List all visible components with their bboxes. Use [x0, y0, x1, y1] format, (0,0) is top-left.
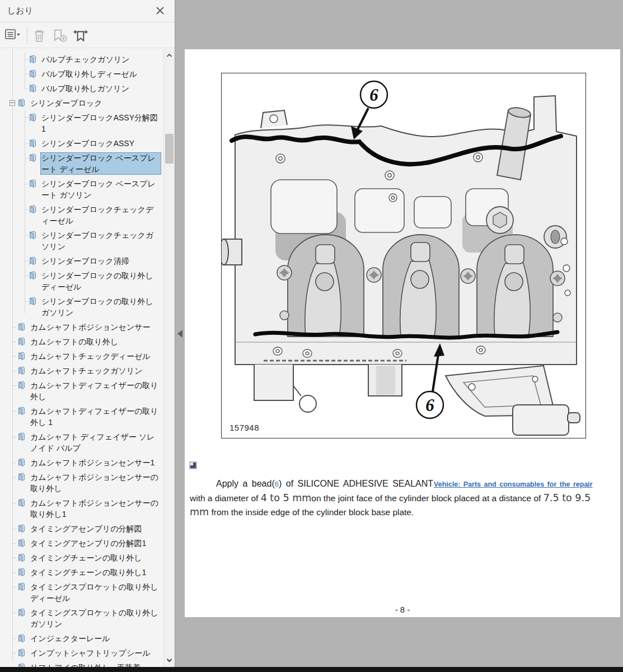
- bookmark-label: シリンダーブロック清掃: [40, 255, 161, 267]
- bookmark-item[interactable]: タイミングスプロケットの取り外し ガソリン: [0, 605, 163, 631]
- bookmark-item[interactable]: カムシャフト ディフェイザー ソレノイド バルブ: [0, 430, 163, 455]
- bookmark-icon: [17, 458, 26, 467]
- bookmark-item[interactable]: カムシャフトポジションセンサーの取り外し: [0, 470, 163, 496]
- bookmark-item[interactable]: バルブ取り外しガソリン: [0, 81, 163, 96]
- bookmark-icon: [28, 179, 37, 188]
- bookmark-label: カムシャフトチェックディーゼル: [29, 351, 161, 362]
- bookmark-label: シリンダーブロックの取り外し ガソリン: [40, 296, 161, 318]
- bookmark-icon: [17, 99, 26, 108]
- bookmark-item[interactable]: タイミングチェーンの取り外し: [0, 550, 163, 565]
- instruction-line-2: with a diameter of 4 to 5 mmon the joint…: [190, 491, 613, 505]
- bookmark-item[interactable]: タイミングスプロケットの取り外し ディーゼル: [0, 580, 163, 605]
- bookmark-item[interactable]: カムシャフトポジションセンサー: [0, 320, 163, 334]
- collapse-toggle-icon[interactable]: [10, 100, 15, 106]
- bookmark-label: バルブチェックガソリン: [40, 54, 161, 65]
- bookmark-icon: [17, 366, 26, 375]
- bookmark-label: シリンダーブロック: [29, 97, 161, 109]
- bookmark-label: カムシャフトディフェイザーの取り外し: [29, 380, 161, 402]
- bookmark-label: インプットシャフトリップシール: [29, 647, 161, 659]
- bookmark-label: カムシャフトポジションセンサーの取り外し1: [29, 497, 161, 520]
- goto-current-bookmark-button[interactable]: [72, 28, 88, 44]
- bookmark-icon: [28, 231, 37, 240]
- bookmark-label: カムシャフトチェックガソリン: [29, 365, 161, 376]
- bottom-bar: [0, 667, 623, 672]
- callout-reference: 6: [275, 480, 279, 488]
- instruction-text: ) of SILICONE ADHESIVE SEALANT: [279, 479, 433, 488]
- bookmark-item[interactable]: シリンダーブロック ベースプレート ディーゼル: [0, 151, 163, 176]
- close-panel-button[interactable]: [154, 5, 166, 16]
- dimension-value: 7.5 to 9.5: [544, 492, 591, 503]
- bookmark-label: シリンダーブロックASSY分解図1: [40, 112, 161, 134]
- sidebar-scrollbar[interactable]: [163, 49, 175, 667]
- bookmark-icon: [17, 381, 26, 390]
- instruction-paragraph: Apply a bead(6) of SILICONE ADHESIVE SEA…: [190, 477, 613, 519]
- bookmark-label: インジェクターレール: [29, 633, 161, 644]
- instruction-text: from the inside edge of the cylinder blo…: [209, 507, 414, 517]
- bookmark-label: タイミングアセンブリの分解図: [29, 523, 161, 534]
- toolbar-separator: [27, 27, 27, 43]
- bookmark-item[interactable]: カムシャフトディフェイザーの取り外し 1: [0, 404, 163, 430]
- instruction-line-1: Apply a bead(6) of SILICONE ADHESIVE SEA…: [190, 477, 613, 491]
- bookmark-item[interactable]: カムシャフトの取り外し: [0, 334, 163, 349]
- bookmark-list: バルブチェックガソリンバルブ取り外しディーゼルバルブ取り外しガソリンシリンダーブ…: [0, 49, 163, 667]
- bookmark-item[interactable]: タイミングアセンブリの分解図: [0, 521, 163, 536]
- bookmark-label: カムシャフトポジションセンサーの取り外し: [29, 472, 161, 494]
- bookmarks-panel: しおり: [0, 0, 175, 667]
- bookmark-icon: [17, 432, 26, 441]
- bookmark-item[interactable]: シリンダーブロック ベースプレート ガソリン: [0, 176, 163, 202]
- bookmark-icon: [28, 153, 37, 162]
- callout-label-top: 6: [369, 85, 378, 105]
- bookmark-label: バルブ取り外しディーゼル: [40, 68, 161, 80]
- bookmark-item[interactable]: カムシャフトポジションセンサー1: [0, 455, 163, 470]
- bookmark-item[interactable]: シリンダーブロックチェックディーゼル: [0, 202, 163, 228]
- bookmark-icon: [28, 55, 37, 64]
- bookmark-label: バルブ取り外しガソリン: [40, 83, 161, 94]
- bookmark-item[interactable]: バルブチェックガソリン: [0, 52, 163, 67]
- cylinder-block-illustration: 6 6: [222, 73, 585, 438]
- bookmark-item[interactable]: シリンダーブロックの取り外し ディーゼル: [0, 268, 163, 294]
- options-menu-icon: [4, 28, 21, 43]
- scroll-down-button[interactable]: [166, 656, 173, 664]
- bookmark-item[interactable]: タイミングアセンブリの分解図1: [0, 536, 163, 550]
- bookmark-icon: [28, 205, 37, 214]
- bookmark-item[interactable]: カムシャフトチェックディーゼル: [0, 349, 163, 363]
- close-icon: [154, 5, 166, 16]
- bookmark-item[interactable]: タイミングチェーンの取り外し1: [0, 565, 163, 580]
- collapse-panel-handle[interactable]: [177, 330, 182, 338]
- bookmark-item[interactable]: シリンダーブロックチェックガソリン: [0, 228, 163, 254]
- bookmark-item[interactable]: カムシャフトディフェイザーの取り外し: [0, 378, 163, 404]
- bookmark-item[interactable]: インプットシャフトリップシール: [0, 646, 163, 660]
- bookmark-options-button[interactable]: [4, 28, 21, 44]
- bookmark-item[interactable]: リフトアイの取り外し - 再装着: [0, 660, 163, 667]
- bookmark-item[interactable]: シリンダーブロック清掃: [0, 254, 163, 268]
- bookmark-item[interactable]: バルブ取り外しディーゼル: [0, 67, 163, 81]
- bookmark-item[interactable]: カムシャフトチェックガソリン: [0, 363, 163, 378]
- note-icon[interactable]: [189, 461, 197, 469]
- bookmarks-panel-header: しおり: [0, 0, 175, 22]
- bookmark-label: タイミングスプロケットの取り外し ディーゼル: [29, 581, 161, 604]
- scrollbar-thumb[interactable]: [165, 134, 174, 164]
- bookmark-item[interactable]: シリンダーブロックASSY分解図1: [0, 110, 163, 136]
- parts-consumables-link[interactable]: Vehicle: Parts and consumables for the r…: [434, 480, 593, 488]
- bookmark-label: カムシャフトの取り外し: [29, 336, 161, 347]
- bookmark-item[interactable]: シリンダーブロックASSY: [0, 136, 163, 151]
- delete-bookmark-button[interactable]: [31, 28, 48, 44]
- bookmark-label: タイミングチェーンの取り外し1: [29, 567, 161, 578]
- bookmark-label: カムシャフトディフェイザーの取り外し 1: [29, 405, 161, 428]
- bookmark-item[interactable]: シリンダーブロックの取り外し ガソリン: [0, 294, 163, 320]
- instruction-text: Apply a bead(: [216, 479, 275, 488]
- new-bookmark-button[interactable]: [51, 28, 68, 44]
- bookmark-item[interactable]: インジェクターレール: [0, 631, 163, 646]
- bookmark-icon: [17, 524, 26, 533]
- page-number: - 8 -: [185, 605, 620, 614]
- bookmark-label: タイミングアセンブリの分解図1: [29, 538, 161, 549]
- bookmark-label: カムシャフト ディフェイザー ソレノイド バルブ: [29, 431, 161, 454]
- scroll-up-button[interactable]: [166, 52, 173, 59]
- bookmark-label: カムシャフトポジションセンサー: [29, 321, 161, 333]
- bookmark-icon: [17, 608, 26, 617]
- bookmark-item[interactable]: シリンダーブロック: [0, 96, 163, 110]
- bookmark-item[interactable]: カムシャフトポジションセンサーの取り外し1: [0, 496, 163, 521]
- bookmark-add-icon: [51, 28, 68, 44]
- panel-title: しおり: [7, 6, 33, 16]
- bookmark-label: カムシャフトポジションセンサー1: [29, 457, 161, 468]
